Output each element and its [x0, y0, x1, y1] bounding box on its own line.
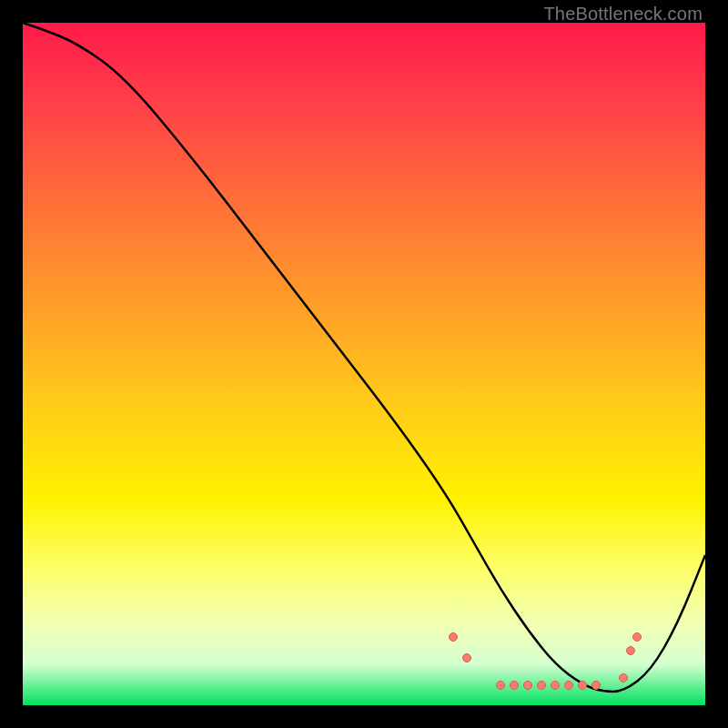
- marker-dot: [462, 653, 471, 662]
- marker-dot: [510, 681, 519, 690]
- marker-dot: [496, 681, 505, 690]
- plot-area: [23, 23, 705, 705]
- marker-dot: [619, 673, 628, 682]
- marker-dot: [578, 681, 587, 690]
- curve-svg: [23, 23, 705, 705]
- marker-dot: [449, 632, 458, 642]
- watermark-text: TheBottleneck.com: [543, 4, 703, 25]
- marker-dot: [564, 681, 573, 690]
- marker-dot: [632, 632, 642, 642]
- marker-dot: [537, 681, 546, 690]
- marker-dot: [523, 681, 532, 690]
- marker-dot: [551, 681, 560, 690]
- chart-frame: TheBottleneck.com: [0, 0, 728, 728]
- marker-dot: [592, 681, 601, 690]
- bottleneck-curve: [23, 23, 705, 692]
- marker-dot: [626, 646, 635, 655]
